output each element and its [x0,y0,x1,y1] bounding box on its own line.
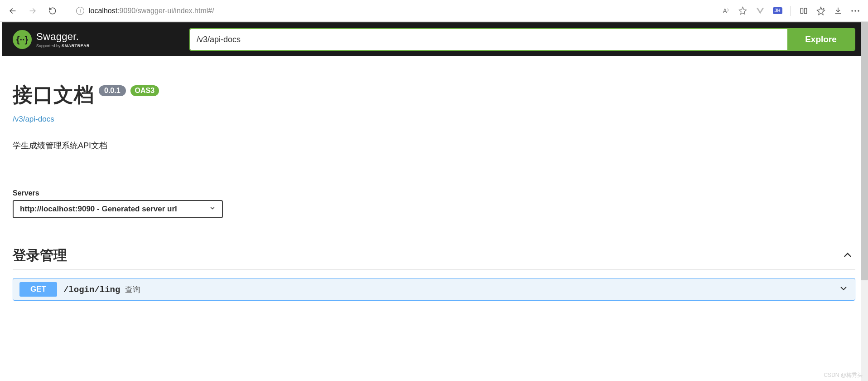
site-info-icon[interactable]: i [76,7,84,15]
tag-section[interactable]: 登录管理 [13,246,855,270]
swagger-logo-icon: {··} [13,30,32,49]
swagger-topbar: {··} Swagger. Supported by SMARTBEAR Exp… [2,22,866,56]
more-menu-icon[interactable] [851,6,860,15]
favorite-star-icon[interactable] [738,6,747,15]
url-text: localhost:9090/swagger-ui/index.html#/ [89,7,214,15]
jh-extension-badge[interactable]: JH [773,7,782,14]
api-docs-link[interactable]: /v3/api-docs [13,115,54,124]
chevron-up-icon [842,249,854,263]
refresh-button[interactable] [44,3,61,19]
toolbar-right: A⁾ JH [721,6,863,16]
operation-block[interactable]: GET /login/ling 查询 [13,278,855,301]
swagger-logo[interactable]: {··} Swagger. Supported by SMARTBEAR [13,30,90,49]
info-block: 接口文档 0.0.1 OAS3 /v3/api-docs 学生成绩管理系统API… [13,56,855,151]
chevron-down-icon [209,205,216,214]
spec-url-form: Explore [189,28,855,51]
svg-rect-1 [805,8,807,14]
server-selected-value: http://localhost:9090 - Generated server… [20,205,177,213]
server-select[interactable]: http://localhost:9090 - Generated server… [13,200,223,218]
explore-button[interactable]: Explore [787,29,854,50]
swagger-content: 接口文档 0.0.1 OAS3 /v3/api-docs 学生成绩管理系统API… [2,56,866,301]
watermark-text: CSDN @梅秀头 [824,371,863,379]
operation-path-summary: /login/ling 查询 [63,284,140,295]
svg-point-4 [858,10,859,11]
split-screen-icon[interactable] [799,6,808,15]
back-button[interactable] [5,3,21,19]
http-method-badge: GET [19,282,57,297]
api-description: 学生成绩管理系统API文档 [13,140,855,151]
url-bar[interactable]: i localhost:9090/swagger-ui/index.html#/ [71,3,714,19]
svg-point-3 [854,10,856,11]
forward-button[interactable] [24,3,41,19]
browser-toolbar: i localhost:9090/swagger-ui/index.html#/… [0,0,868,22]
tag-name: 登录管理 [13,246,67,265]
servers-block: Servers http://localhost:9090 - Generate… [13,189,855,218]
svg-point-2 [851,10,853,11]
downloads-icon[interactable] [834,6,843,15]
svg-rect-0 [800,8,803,14]
favorites-icon[interactable] [816,6,825,15]
version-badge: 0.0.1 [99,85,126,96]
operation-summary: GET /login/ling 查询 [19,282,140,297]
chevron-down-icon [839,283,849,295]
vue-extension-icon[interactable] [756,6,765,15]
servers-label: Servers [13,189,855,197]
spec-url-input[interactable] [190,29,787,50]
swagger-logo-text: Swagger. Supported by SMARTBEAR [36,31,90,48]
title-row: 接口文档 0.0.1 OAS3 [13,82,855,108]
read-aloud-icon[interactable]: A⁾ [721,6,730,15]
api-title: 接口文档 [13,82,94,108]
toolbar-divider [791,6,791,16]
scrollbar-thumb[interactable] [861,22,868,280]
scrollbar-track[interactable] [861,22,868,381]
oas-badge: OAS3 [130,85,159,96]
